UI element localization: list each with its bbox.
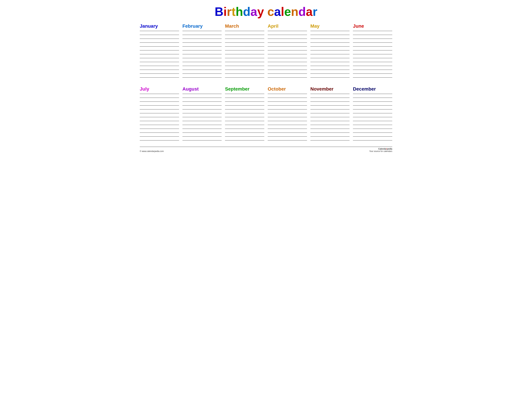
line bbox=[183, 70, 222, 70]
line bbox=[183, 98, 222, 98]
line bbox=[183, 140, 222, 141]
line bbox=[183, 50, 222, 50]
line bbox=[268, 58, 307, 58]
line bbox=[183, 117, 222, 117]
page-title: Birthday calendar bbox=[140, 5, 392, 18]
march-lines bbox=[225, 31, 264, 81]
line bbox=[140, 31, 179, 31]
line bbox=[310, 50, 350, 50]
line bbox=[268, 54, 307, 54]
line bbox=[225, 94, 264, 94]
line bbox=[268, 74, 307, 74]
line bbox=[310, 140, 350, 141]
line bbox=[183, 74, 222, 74]
october-lines bbox=[268, 94, 307, 144]
month-name-november: November bbox=[310, 86, 350, 93]
brand-name: Calendarpedia bbox=[369, 148, 392, 150]
line bbox=[353, 46, 392, 47]
line bbox=[268, 129, 307, 129]
line bbox=[225, 50, 264, 50]
line bbox=[268, 77, 307, 78]
line bbox=[225, 113, 264, 113]
line bbox=[353, 50, 392, 50]
december-lines bbox=[353, 94, 392, 144]
line bbox=[183, 125, 222, 125]
month-name-october: October bbox=[268, 86, 307, 93]
line bbox=[310, 121, 350, 121]
line bbox=[225, 140, 264, 141]
line bbox=[183, 121, 222, 121]
line bbox=[310, 98, 350, 98]
line bbox=[310, 70, 350, 70]
may-lines bbox=[310, 31, 350, 81]
month-name-march: March bbox=[225, 24, 264, 30]
brand-tagline: Your source for calendars bbox=[369, 150, 392, 152]
line bbox=[225, 125, 264, 125]
line bbox=[183, 77, 222, 78]
month-name-may: May bbox=[310, 24, 350, 30]
line bbox=[183, 58, 222, 58]
line bbox=[140, 46, 179, 47]
line bbox=[140, 140, 179, 141]
line bbox=[353, 74, 392, 74]
line bbox=[353, 70, 392, 70]
page: Birthday calendar January bbox=[133, 0, 399, 201]
line bbox=[353, 101, 392, 102]
line bbox=[353, 98, 392, 98]
line bbox=[310, 101, 350, 102]
line bbox=[353, 31, 392, 31]
line bbox=[225, 43, 264, 43]
line bbox=[140, 98, 179, 98]
line bbox=[268, 50, 307, 50]
line bbox=[183, 54, 222, 54]
line bbox=[183, 113, 222, 113]
line bbox=[225, 54, 264, 54]
line bbox=[268, 46, 307, 47]
month-name-august: August bbox=[183, 86, 222, 93]
month-june: June bbox=[353, 24, 392, 81]
line bbox=[268, 121, 307, 121]
line bbox=[140, 117, 179, 117]
line bbox=[268, 98, 307, 98]
january-lines bbox=[140, 31, 179, 81]
line bbox=[225, 31, 264, 31]
line bbox=[140, 74, 179, 74]
line bbox=[140, 125, 179, 125]
line bbox=[140, 101, 179, 102]
line bbox=[183, 129, 222, 129]
line bbox=[268, 117, 307, 117]
line bbox=[140, 77, 179, 78]
month-january: January bbox=[140, 24, 179, 81]
line bbox=[353, 121, 392, 121]
footer-brand: Calendarpedia Your source for calendars bbox=[369, 148, 392, 152]
months-row-1: January February bbox=[140, 24, 392, 81]
line bbox=[225, 77, 264, 78]
august-lines bbox=[183, 94, 222, 144]
line bbox=[353, 94, 392, 94]
month-name-january: January bbox=[140, 24, 179, 30]
month-april: April bbox=[268, 24, 307, 81]
line bbox=[310, 117, 350, 117]
line bbox=[183, 94, 222, 94]
line bbox=[140, 113, 179, 113]
line bbox=[183, 101, 222, 102]
month-december: December bbox=[353, 86, 392, 144]
november-lines bbox=[310, 94, 350, 144]
month-name-june: June bbox=[353, 24, 392, 30]
line bbox=[140, 54, 179, 54]
line bbox=[225, 58, 264, 58]
line bbox=[140, 43, 179, 43]
section-divider bbox=[140, 81, 392, 86]
line bbox=[353, 113, 392, 113]
line bbox=[310, 77, 350, 78]
february-lines bbox=[183, 31, 222, 81]
line bbox=[310, 129, 350, 129]
line bbox=[225, 74, 264, 74]
line bbox=[140, 70, 179, 70]
line bbox=[310, 46, 350, 47]
month-august: August bbox=[183, 86, 222, 144]
month-september: September bbox=[225, 86, 264, 144]
line bbox=[353, 54, 392, 54]
line bbox=[225, 129, 264, 129]
line bbox=[183, 43, 222, 43]
